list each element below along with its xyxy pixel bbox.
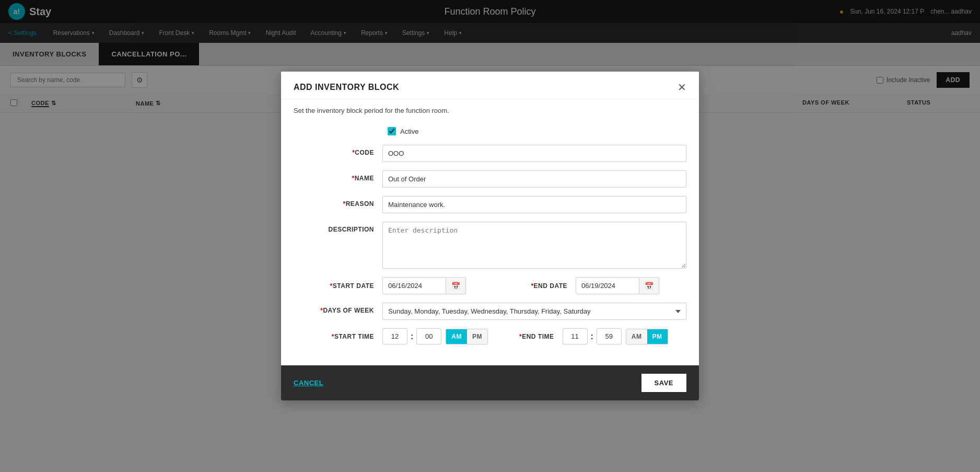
start-time-pm-button[interactable]: PM	[467, 329, 487, 344]
active-checkbox[interactable]	[388, 127, 396, 135]
start-time-colon: :	[410, 332, 414, 341]
end-date-calendar-icon[interactable]: 📅	[639, 278, 659, 294]
end-time-pm-button[interactable]: PM	[647, 329, 668, 344]
end-time-label: *END TIME	[519, 333, 563, 340]
start-time-hour-input[interactable]	[382, 328, 407, 344]
end-date-label: *END DATE	[487, 282, 576, 290]
days-of-week-select[interactable]: Sunday, Monday, Tuesday, Wednesday, Thur…	[382, 303, 686, 320]
save-button[interactable]: SAVE	[641, 374, 686, 392]
add-inventory-block-modal: ADD INVENTORY BLOCK ✕ Set the inventory …	[281, 72, 699, 400]
code-row: *CODE	[294, 145, 686, 162]
modal-footer: CANCEL SAVE	[281, 365, 699, 400]
active-row: Active	[388, 127, 686, 135]
modal-close-button[interactable]: ✕	[678, 82, 686, 93]
end-time-colon: :	[590, 332, 594, 341]
code-input[interactable]	[382, 145, 686, 162]
end-date-input-wrap: 📅	[576, 277, 659, 294]
end-time-group: : AM PM	[563, 328, 668, 344]
end-time-hour-input[interactable]	[563, 328, 588, 344]
start-date-calendar-icon[interactable]: 📅	[446, 278, 465, 294]
start-time-group: : AM PM	[382, 328, 488, 344]
description-textarea[interactable]	[382, 222, 686, 269]
description-label: DESCRIPTION	[294, 222, 382, 233]
reason-input[interactable]	[382, 196, 686, 213]
start-date-label: *START DATE	[294, 282, 382, 290]
name-label: *NAME	[294, 170, 382, 182]
description-row: DESCRIPTION	[294, 222, 686, 269]
reason-row: *REASON	[294, 196, 686, 213]
start-date-input-wrap: 📅	[382, 277, 466, 294]
start-time-label: *START TIME	[294, 333, 382, 340]
end-time-min-input[interactable]	[597, 328, 622, 344]
modal-overlay: ADD INVENTORY BLOCK ✕ Set the inventory …	[0, 0, 980, 472]
active-label: Active	[400, 128, 418, 135]
reason-label: *REASON	[294, 196, 382, 208]
end-time-ampm-group: AM PM	[626, 329, 668, 344]
modal-body: Active *CODE *NAME *REASON	[281, 122, 699, 365]
start-time-am-button[interactable]: AM	[446, 329, 467, 344]
modal-header: ADD INVENTORY BLOCK ✕	[281, 72, 699, 99]
code-label: *CODE	[294, 145, 382, 156]
name-row: *NAME	[294, 170, 686, 188]
days-of-week-row: *DAYS OF WEEK Sunday, Monday, Tuesday, W…	[294, 303, 686, 320]
date-row: *START DATE 📅 *END DATE 📅	[294, 277, 686, 294]
end-date-input[interactable]	[576, 278, 639, 294]
modal-title: ADD INVENTORY BLOCK	[294, 83, 399, 92]
cancel-button[interactable]: CANCEL	[294, 379, 323, 387]
modal-subtitle: Set the inventory block period for the f…	[281, 99, 699, 122]
end-time-am-button[interactable]: AM	[626, 329, 647, 344]
days-of-week-label: *DAYS OF WEEK	[294, 303, 382, 314]
start-date-input[interactable]	[383, 278, 446, 294]
name-input[interactable]	[382, 170, 686, 188]
start-time-min-input[interactable]	[416, 328, 441, 344]
start-time-ampm-group: AM PM	[446, 329, 488, 344]
time-row: *START TIME : AM PM *END TIME	[294, 328, 686, 344]
